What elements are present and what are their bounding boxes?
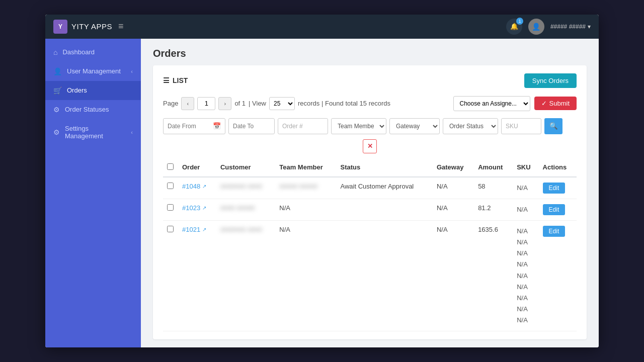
order-number-1048: #1048 [182,183,200,190]
row-sku-cell-1048: N/A [513,177,538,199]
row-checkbox-cell [163,199,178,221]
header-sku: SKU [513,158,538,177]
table-row: #1023 ↗ #### ##### N/A [163,199,577,221]
search-icon: 🔍 [549,122,558,130]
page-size-select[interactable]: 25 50 100 [269,97,295,110]
sidebar-label-order-statuses: Order Statuses [65,106,109,113]
row-customer-cell-1023: #### ##### [216,199,275,221]
list-icon: ☰ [163,76,170,84]
date-to-input[interactable] [229,119,274,134]
next-page-button[interactable]: › [218,97,231,110]
team-member-1023: N/A [279,204,290,212]
clear-filter-button[interactable]: ✕ [363,139,377,153]
row-team-member-cell-1021: N/A [275,221,336,331]
sku-input[interactable] [501,118,541,134]
user-avatar: 👤 [528,19,544,35]
row-status-cell-1048: Await Customer Approval [337,177,433,199]
status-icon: ⚙ [53,106,60,114]
sidebar-label-orders: Orders [67,86,87,94]
assignee-select[interactable]: Choose an Assigne... [453,96,530,111]
row-checkbox[interactable] [167,204,174,211]
browser-window: Y YITY APPS ≡ 🔔 1 👤 ##### ##### ▾ ⌂ [45,15,599,347]
main-layout: ⌂ Dashboard 👤 User Management ‹ 🛒 Orders… [45,39,599,347]
external-link-icon: ↗ [202,227,206,232]
order-link-1021[interactable]: #1021 ↗ [182,226,212,233]
row-sku-cell-1023: N/A [513,199,538,221]
table-row: #1048 ↗ ####### #### ##### ##### [163,177,577,199]
order-number-input[interactable] [278,118,328,134]
header-team-member: Team Member [275,158,336,177]
app-name: YITY [71,22,89,31]
top-nav-right: 🔔 1 👤 ##### ##### ▾ [506,19,591,35]
row-status-cell-1023 [337,199,433,221]
sidebar-item-user-management[interactable]: 👤 User Management ‹ [45,62,141,81]
row-order-cell: #1023 ↗ [178,199,216,221]
row-checkbox[interactable] [167,226,174,232]
logo-text: YITY APPS [71,22,112,31]
status-1048: Await Customer Approval [341,183,414,190]
search-button[interactable]: 🔍 [544,118,562,134]
amount-1048: 58 [478,183,485,190]
row-amount-cell-1021: 1635.6 [474,221,513,331]
sidebar-label-settings-management: Settings Management [65,125,126,140]
row-actions-cell-1021: Edit [539,221,577,331]
team-member-1021: N/A [279,226,290,233]
gateway-select[interactable]: Gateway [389,118,440,134]
row-actions-cell-1048: Edit [539,177,577,199]
submit-button[interactable]: ✓ Submit [534,97,577,110]
logo-icon: Y [53,20,67,34]
top-nav: Y YITY APPS ≡ 🔔 1 👤 ##### ##### ▾ [45,15,599,39]
chevron-icon-user-management: ‹ [131,68,133,74]
row-checkbox[interactable] [167,183,174,189]
external-link-icon: ↗ [202,205,206,211]
sku-list-1048: N/A [517,183,534,194]
header-checkbox-col [163,158,178,177]
top-nav-left: Y YITY APPS ≡ [53,20,123,34]
notification-button[interactable]: 🔔 1 [506,19,522,35]
view-label: | View [249,100,266,107]
sidebar-item-order-statuses[interactable]: ⚙ Order Statuses [45,100,141,119]
filter-row: 📅 Team Member Gateway Order Status [163,118,577,134]
records-text: records | Found total 15 records [298,100,390,107]
order-number-1021: #1021 [182,226,200,233]
gateway-1048: N/A [437,183,448,190]
sidebar-item-dashboard[interactable]: ⌂ Dashboard [45,43,141,62]
order-link-1023[interactable]: #1023 ↗ [182,204,212,212]
hamburger-icon[interactable]: ≡ [118,21,124,32]
order-status-select[interactable]: Order Status [443,118,498,134]
header-gateway: Gateway [433,158,474,177]
team-member-select[interactable]: Team Member [331,118,386,134]
select-all-checkbox[interactable] [167,163,174,170]
pagination-left: Page ‹ › of 1 | View 25 50 100 records |… [163,97,390,110]
logo-container: Y YITY APPS [53,20,112,34]
sync-orders-button[interactable]: Sync Orders [524,73,577,88]
orders-table: Order Customer Team Member Status Gatewa… [163,158,577,331]
prev-page-button[interactable]: ‹ [181,97,194,110]
chevron-down-icon: ▾ [588,23,591,30]
header-order: Order [178,158,216,177]
page-number-input[interactable] [197,97,215,110]
edit-button-1023[interactable]: Edit [543,204,566,215]
header-amount: Amount [474,158,513,177]
user-name[interactable]: ##### ##### ▾ [550,23,591,30]
edit-button-1021[interactable]: Edit [543,226,566,237]
page-label: Page [163,100,178,107]
row-gateway-cell-1023: N/A [433,199,474,221]
external-link-icon: ↗ [202,184,206,189]
date-from-input[interactable] [164,119,209,134]
user-icon: 👤 [53,67,62,75]
table-header-row: Order Customer Team Member Status Gatewa… [163,158,577,177]
order-link-1048[interactable]: #1048 ↗ [182,183,212,190]
edit-button-1048[interactable]: Edit [543,183,566,194]
row-amount-cell-1048: 58 [474,177,513,199]
check-icon: ✓ [541,100,547,107]
cart-icon: 🛒 [53,86,62,95]
customer-name-1021: ####### #### [220,226,262,233]
user-name-text: ##### ##### [550,23,586,30]
sidebar: ⌂ Dashboard 👤 User Management ‹ 🛒 Orders… [45,39,141,347]
row-sku-cell-1021: N/AN/AN/AN/AN/AN/AN/AN/AN/A [513,221,538,331]
sidebar-item-settings-management[interactable]: ⚙ Settings Management ‹ [45,119,141,145]
content-area: Orders ☰ LIST Sync Orders Page ‹ [141,39,599,347]
sidebar-item-orders[interactable]: 🛒 Orders [45,81,141,100]
gateway-1023: N/A [437,204,448,212]
